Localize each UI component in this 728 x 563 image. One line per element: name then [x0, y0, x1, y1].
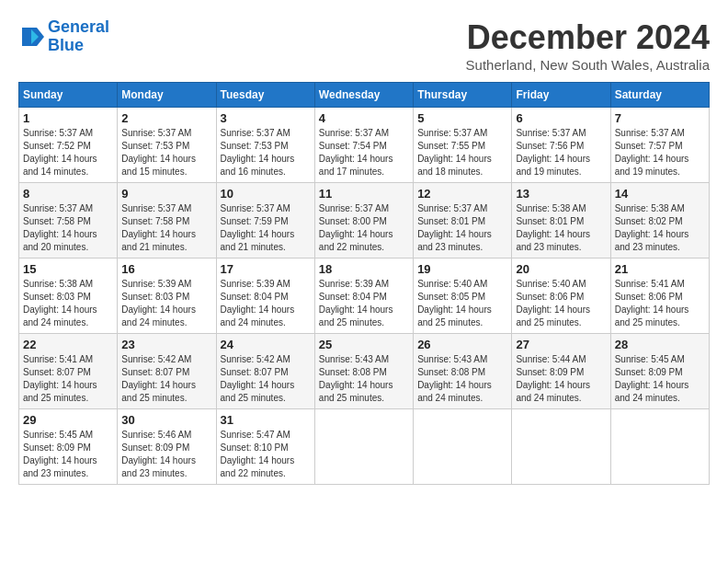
header-tuesday: Tuesday — [216, 83, 314, 108]
calendar-cell: 16Sunrise: 5:39 AM Sunset: 8:03 PM Dayli… — [118, 259, 216, 334]
calendar-cell: 5Sunrise: 5:37 AM Sunset: 7:55 PM Daylig… — [414, 108, 512, 183]
calendar-cell: 22Sunrise: 5:41 AM Sunset: 8:07 PM Dayli… — [19, 334, 118, 409]
week-row-2: 8Sunrise: 5:37 AM Sunset: 7:58 PM Daylig… — [19, 183, 710, 259]
calendar-cell: 17Sunrise: 5:39 AM Sunset: 8:04 PM Dayli… — [216, 259, 314, 334]
day-number: 1 — [23, 111, 113, 125]
day-info: Sunrise: 5:38 AM Sunset: 8:03 PM Dayligh… — [23, 278, 113, 329]
calendar-cell: 11Sunrise: 5:37 AM Sunset: 8:00 PM Dayli… — [314, 183, 413, 259]
logo: General Blue — [18, 18, 109, 55]
day-number: 7 — [615, 111, 705, 125]
calendar-cell: 7Sunrise: 5:37 AM Sunset: 7:57 PM Daylig… — [610, 108, 709, 183]
day-info: Sunrise: 5:47 AM Sunset: 8:10 PM Dayligh… — [221, 429, 311, 480]
calendar-cell: 9Sunrise: 5:37 AM Sunset: 7:58 PM Daylig… — [118, 183, 216, 259]
day-info: Sunrise: 5:44 AM Sunset: 8:09 PM Dayligh… — [516, 353, 606, 405]
day-number: 8 — [23, 187, 113, 201]
day-info: Sunrise: 5:42 AM Sunset: 8:07 PM Dayligh… — [221, 353, 311, 405]
day-info: Sunrise: 5:39 AM Sunset: 8:03 PM Dayligh… — [121, 278, 211, 329]
header-monday: Monday — [118, 83, 216, 108]
header-row: SundayMondayTuesdayWednesdayThursdayFrid… — [19, 83, 710, 108]
day-number: 2 — [121, 111, 211, 125]
calendar-cell — [610, 409, 709, 485]
day-number: 19 — [417, 262, 507, 276]
day-info: Sunrise: 5:42 AM Sunset: 8:07 PM Dayligh… — [121, 353, 211, 405]
day-number: 30 — [121, 413, 211, 427]
day-number: 18 — [319, 262, 409, 276]
logo-line2: Blue — [48, 36, 84, 54]
day-number: 26 — [417, 338, 507, 351]
day-number: 22 — [23, 338, 113, 351]
calendar-cell: 28Sunrise: 5:45 AM Sunset: 8:09 PM Dayli… — [610, 334, 709, 409]
calendar-cell: 20Sunrise: 5:40 AM Sunset: 8:06 PM Dayli… — [512, 259, 610, 334]
calendar-cell: 4Sunrise: 5:37 AM Sunset: 7:54 PM Daylig… — [314, 108, 413, 183]
calendar-cell: 23Sunrise: 5:42 AM Sunset: 8:07 PM Dayli… — [118, 334, 216, 409]
day-info: Sunrise: 5:38 AM Sunset: 8:02 PM Dayligh… — [615, 202, 705, 254]
day-info: Sunrise: 5:37 AM Sunset: 7:59 PM Dayligh… — [221, 202, 311, 254]
day-info: Sunrise: 5:43 AM Sunset: 8:08 PM Dayligh… — [417, 353, 507, 405]
calendar-cell: 26Sunrise: 5:43 AM Sunset: 8:08 PM Dayli… — [414, 334, 512, 409]
calendar-cell: 24Sunrise: 5:42 AM Sunset: 8:07 PM Dayli… — [216, 334, 314, 409]
day-info: Sunrise: 5:45 AM Sunset: 8:09 PM Dayligh… — [23, 429, 113, 480]
day-info: Sunrise: 5:39 AM Sunset: 8:04 PM Dayligh… — [319, 278, 409, 329]
day-info: Sunrise: 5:37 AM Sunset: 7:58 PM Dayligh… — [121, 202, 211, 254]
calendar-cell — [314, 409, 413, 485]
month-title: December 2024 — [466, 18, 710, 57]
header-thursday: Thursday — [414, 83, 512, 108]
day-info: Sunrise: 5:37 AM Sunset: 7:54 PM Dayligh… — [319, 127, 409, 178]
day-number: 9 — [121, 187, 211, 201]
calendar-cell: 6Sunrise: 5:37 AM Sunset: 7:56 PM Daylig… — [512, 108, 610, 183]
page-header: General Blue December 2024 Sutherland, N… — [18, 18, 710, 73]
calendar-cell: 12Sunrise: 5:37 AM Sunset: 8:01 PM Dayli… — [414, 183, 512, 259]
calendar-cell: 21Sunrise: 5:41 AM Sunset: 8:06 PM Dayli… — [610, 259, 709, 334]
calendar-cell — [512, 409, 610, 485]
day-info: Sunrise: 5:43 AM Sunset: 8:08 PM Dayligh… — [319, 353, 409, 405]
title-section: December 2024 Sutherland, New South Wale… — [466, 18, 710, 73]
day-info: Sunrise: 5:37 AM Sunset: 7:52 PM Dayligh… — [23, 127, 113, 178]
day-number: 25 — [319, 338, 409, 351]
day-number: 15 — [23, 262, 113, 276]
day-number: 31 — [221, 413, 311, 427]
day-number: 28 — [615, 338, 705, 351]
day-info: Sunrise: 5:41 AM Sunset: 8:06 PM Dayligh… — [615, 278, 705, 329]
day-info: Sunrise: 5:46 AM Sunset: 8:09 PM Dayligh… — [121, 429, 211, 480]
day-info: Sunrise: 5:37 AM Sunset: 7:53 PM Dayligh… — [221, 127, 311, 178]
day-info: Sunrise: 5:40 AM Sunset: 8:06 PM Dayligh… — [516, 278, 606, 329]
week-row-1: 1Sunrise: 5:37 AM Sunset: 7:52 PM Daylig… — [19, 108, 710, 183]
calendar-cell: 25Sunrise: 5:43 AM Sunset: 8:08 PM Dayli… — [314, 334, 413, 409]
day-number: 12 — [417, 187, 507, 201]
calendar-cell: 14Sunrise: 5:38 AM Sunset: 8:02 PM Dayli… — [610, 183, 709, 259]
day-number: 27 — [516, 338, 606, 351]
day-number: 21 — [615, 262, 705, 276]
day-number: 11 — [319, 187, 409, 201]
day-number: 16 — [121, 262, 211, 276]
calendar-cell: 19Sunrise: 5:40 AM Sunset: 8:05 PM Dayli… — [414, 259, 512, 334]
day-number: 13 — [516, 187, 606, 201]
day-info: Sunrise: 5:39 AM Sunset: 8:04 PM Dayligh… — [221, 278, 311, 329]
day-number: 23 — [121, 338, 211, 351]
calendar-cell: 13Sunrise: 5:38 AM Sunset: 8:01 PM Dayli… — [512, 183, 610, 259]
day-number: 14 — [615, 187, 705, 201]
day-number: 17 — [221, 262, 311, 276]
logo-line1: General — [48, 17, 109, 36]
calendar-cell: 29Sunrise: 5:45 AM Sunset: 8:09 PM Dayli… — [19, 409, 118, 485]
day-number: 3 — [221, 111, 311, 125]
calendar-cell: 2Sunrise: 5:37 AM Sunset: 7:53 PM Daylig… — [118, 108, 216, 183]
week-row-5: 29Sunrise: 5:45 AM Sunset: 8:09 PM Dayli… — [19, 409, 710, 485]
day-info: Sunrise: 5:37 AM Sunset: 7:57 PM Dayligh… — [615, 127, 705, 178]
day-number: 29 — [23, 413, 113, 427]
week-row-3: 15Sunrise: 5:38 AM Sunset: 8:03 PM Dayli… — [19, 259, 710, 334]
calendar-table: SundayMondayTuesdayWednesdayThursdayFrid… — [18, 82, 710, 485]
week-row-4: 22Sunrise: 5:41 AM Sunset: 8:07 PM Dayli… — [19, 334, 710, 409]
day-info: Sunrise: 5:45 AM Sunset: 8:09 PM Dayligh… — [615, 353, 705, 405]
calendar-cell: 3Sunrise: 5:37 AM Sunset: 7:53 PM Daylig… — [216, 108, 314, 183]
calendar-cell: 1Sunrise: 5:37 AM Sunset: 7:52 PM Daylig… — [19, 108, 118, 183]
day-number: 4 — [319, 111, 409, 125]
calendar-cell: 31Sunrise: 5:47 AM Sunset: 8:10 PM Dayli… — [216, 409, 314, 485]
calendar-cell: 8Sunrise: 5:37 AM Sunset: 7:58 PM Daylig… — [19, 183, 118, 259]
header-friday: Friday — [512, 83, 610, 108]
header-wednesday: Wednesday — [314, 83, 413, 108]
day-number: 20 — [516, 262, 606, 276]
day-info: Sunrise: 5:37 AM Sunset: 7:56 PM Dayligh… — [516, 127, 606, 178]
day-number: 10 — [221, 187, 311, 201]
logo-icon — [18, 24, 44, 50]
day-info: Sunrise: 5:40 AM Sunset: 8:05 PM Dayligh… — [417, 278, 507, 329]
